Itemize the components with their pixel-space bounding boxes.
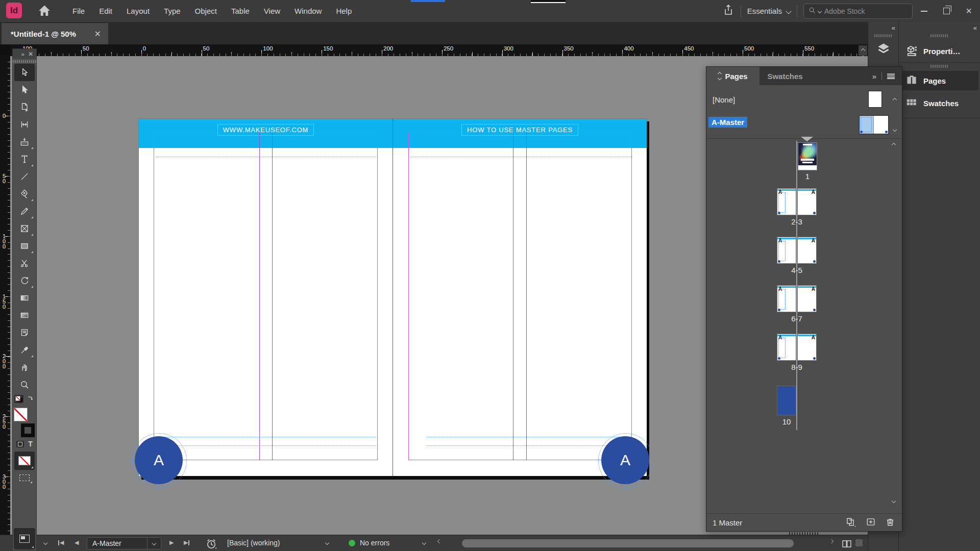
- new-page-icon[interactable]: [865, 516, 876, 529]
- page-thumbnail[interactable]: A: [777, 188, 796, 215]
- scroll-up-hint[interactable]: [893, 98, 897, 102]
- page-thumbnail[interactable]: A: [797, 188, 817, 215]
- scroll-right-arrow[interactable]: [830, 540, 833, 543]
- gradient-feather-tool[interactable]: [14, 307, 35, 324]
- workspace-switcher[interactable]: Essentials: [747, 7, 791, 15]
- page-thumbnail[interactable]: A: [797, 285, 817, 312]
- scroll-down-hint[interactable]: [892, 499, 896, 503]
- stroke-swatch[interactable]: [21, 423, 35, 437]
- collapse-panel-icon[interactable]: »: [872, 72, 876, 81]
- preflight-profile[interactable]: [Basic] (working): [227, 539, 280, 547]
- menu-table[interactable]: Table: [224, 7, 257, 15]
- menu-edit[interactable]: Edit: [92, 7, 119, 15]
- zoom-tool[interactable]: [14, 376, 35, 393]
- menu-layout[interactable]: Layout: [119, 7, 157, 15]
- home-icon[interactable]: [38, 4, 51, 19]
- properties-panel-button[interactable]: Properti…: [901, 41, 978, 61]
- spread-item-2-3[interactable]: AA: [777, 188, 817, 215]
- window-resize-grip[interactable]: [855, 539, 863, 546]
- menu-help[interactable]: Help: [329, 7, 359, 15]
- previous-page-button[interactable]: ◀: [75, 539, 79, 546]
- menu-file[interactable]: File: [65, 7, 92, 15]
- header-text-frame-right[interactable]: HOW TO USE MASTER PAGES: [393, 124, 647, 136]
- menu-type[interactable]: Type: [157, 7, 188, 15]
- panel-menu-icon[interactable]: [887, 73, 895, 79]
- status-chevron[interactable]: [44, 541, 47, 544]
- screen-mode-button[interactable]: [14, 528, 35, 549]
- collapse-dock-icon[interactable]: «: [892, 24, 895, 32]
- header-text-frame-left[interactable]: WWW.MAKEUSEOF.COM: [139, 124, 393, 136]
- menu-view[interactable]: View: [257, 7, 287, 15]
- tab-pages[interactable]: Pages: [706, 67, 760, 85]
- dock-grip[interactable]: [874, 34, 893, 37]
- page-thumbnail[interactable]: A: [777, 237, 796, 264]
- spread-item-4-5[interactable]: AA: [777, 237, 817, 264]
- first-page-button[interactable]: ◀: [58, 539, 64, 546]
- eyedropper-tool[interactable]: [14, 341, 35, 359]
- master-a-row[interactable]: A-Master: [708, 117, 747, 128]
- swap-fill-stroke-icon[interactable]: [26, 394, 35, 405]
- note-tool[interactable]: [14, 324, 35, 341]
- scissors-tool[interactable]: [14, 255, 35, 272]
- type-tool[interactable]: [14, 151, 35, 168]
- document-tab[interactable]: *Untitled-1 @ 50% ✕: [2, 23, 108, 44]
- rectangle-tool[interactable]: [14, 237, 35, 255]
- delete-page-icon[interactable]: [885, 516, 896, 529]
- panel-resize-grip[interactable]: [789, 532, 820, 535]
- direct-selection-tool[interactable]: [14, 81, 35, 98]
- page-thumbnail[interactable]: A: [777, 285, 796, 312]
- close-icon[interactable]: ✕: [28, 51, 33, 58]
- free-transform-tool[interactable]: [14, 272, 35, 289]
- pages-panel-button[interactable]: Pages: [901, 71, 978, 90]
- gradient-swatch-tool[interactable]: [14, 289, 35, 307]
- close-tab-icon[interactable]: ✕: [94, 29, 101, 39]
- ruler-scroll-up[interactable]: [859, 45, 867, 56]
- spread-item-8-9[interactable]: AA: [777, 334, 817, 361]
- layers-panel-icon[interactable]: [876, 41, 891, 59]
- menu-object[interactable]: Object: [188, 7, 224, 15]
- horizontal-scrollbar[interactable]: [462, 539, 794, 547]
- scroll-left-arrow[interactable]: [438, 540, 441, 543]
- dock-grip[interactable]: [930, 65, 949, 68]
- master-badge-circle-left[interactable]: A: [135, 436, 183, 484]
- spread-item-10[interactable]: [777, 386, 796, 415]
- page-select-dropdown[interactable]: A-Master: [87, 537, 161, 549]
- gap-tool[interactable]: [14, 116, 35, 133]
- page-thumbnail[interactable]: [798, 142, 817, 170]
- page-thumbnail[interactable]: A: [797, 237, 817, 264]
- master-none-row[interactable]: [None]: [713, 95, 735, 104]
- scroll-down-hint[interactable]: [893, 128, 897, 132]
- next-page-button[interactable]: ▶: [169, 539, 174, 546]
- master-a-thumbnail[interactable]: [859, 115, 889, 134]
- minimize-button[interactable]: [913, 2, 935, 20]
- formatting-text-icon[interactable]: T: [28, 440, 33, 448]
- pen-tool[interactable]: [14, 185, 35, 203]
- background-tasks-icon[interactable]: [205, 538, 217, 550]
- master-none-thumbnail[interactable]: [868, 91, 882, 108]
- spread-item-1[interactable]: [798, 142, 817, 170]
- preflight-chevron[interactable]: [326, 541, 329, 544]
- collapse-dock-icon[interactable]: «: [973, 24, 976, 32]
- scroll-up-hint[interactable]: [892, 143, 896, 147]
- frame-tool[interactable]: [14, 220, 35, 237]
- pencil-tool[interactable]: [14, 203, 35, 220]
- stock-search[interactable]: [803, 4, 913, 19]
- preflight-status[interactable]: No errors: [360, 539, 389, 547]
- expand-icon[interactable]: »: [21, 51, 24, 57]
- horizontal-ruler[interactable]: 10050050100150200250300350400450500550: [10, 44, 868, 56]
- selection-tool[interactable]: [14, 64, 35, 81]
- share-icon[interactable]: [722, 4, 734, 18]
- menu-window[interactable]: Window: [287, 7, 329, 15]
- default-fill-stroke-icon[interactable]: [14, 395, 23, 403]
- page-thumbnail[interactable]: A: [797, 334, 817, 361]
- close-button[interactable]: ×: [958, 2, 980, 20]
- apply-none-button[interactable]: [14, 452, 35, 470]
- line-tool[interactable]: [14, 168, 35, 185]
- hand-tool[interactable]: [14, 359, 35, 376]
- page-tool[interactable]: [14, 98, 35, 116]
- master-badge-circle-right[interactable]: A: [601, 436, 649, 484]
- spread-item-6-7[interactable]: AA: [777, 285, 817, 312]
- tab-swatches[interactable]: Swatches: [760, 67, 811, 85]
- fill-swatch-none[interactable]: [14, 408, 28, 421]
- status-chevron[interactable]: [423, 541, 426, 544]
